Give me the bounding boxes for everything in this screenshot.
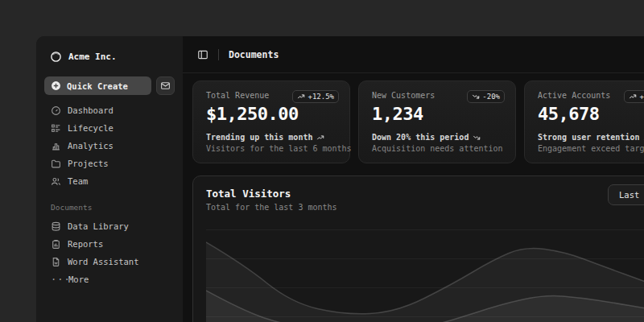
sidebar-item-word-assistant[interactable]: Word Assistant: [44, 253, 175, 270]
main-content: Total Revenue +12.5% $1,250.00 Trending …: [183, 73, 644, 322]
page-title: Documents: [229, 49, 279, 60]
quick-create-label: Quick Create: [67, 81, 128, 91]
sidebar-item-label: Dashboard: [68, 105, 114, 115]
sidebar-toggle-button[interactable]: [197, 49, 208, 60]
trending-up-icon: [297, 93, 305, 101]
sidebar-item-dashboard[interactable]: Dashboard: [44, 101, 175, 119]
sidebar-item-lifecycle[interactable]: Lifecycle: [44, 119, 175, 137]
sidebar-item-label: Word Assistant: [68, 257, 139, 266]
trend-badge: +12.5%: [292, 90, 339, 103]
users-icon: [51, 176, 61, 187]
chart-subtitle: Total for the last 3 months: [206, 203, 644, 212]
sidebar-item-label: Team: [68, 176, 88, 186]
chart-bar-icon: [51, 141, 61, 151]
sidebar-item-more[interactable]: ··· More: [44, 270, 175, 288]
sidebar-item-analytics[interactable]: Analytics: [44, 137, 175, 155]
sidebar-item-label: Projects: [68, 159, 109, 168]
main-header: Documents: [183, 36, 644, 73]
stat-card-value: $1,250.00: [206, 104, 336, 124]
sidebar-item-reports[interactable]: Reports: [44, 235, 175, 253]
sidebar-item-data-library[interactable]: Data Library: [44, 217, 175, 235]
sidebar-item-label: Reports: [68, 239, 103, 249]
file-word-icon: [51, 257, 61, 267]
trending-down-icon: [473, 134, 481, 142]
sidebar-item-label: More: [68, 275, 89, 284]
time-range-button[interactable]: Last: [608, 184, 644, 205]
trending-up-icon: [629, 93, 637, 101]
folder-icon: [51, 159, 61, 169]
brand-label: Acme Inc.: [68, 52, 117, 62]
inbox-button[interactable]: [156, 76, 175, 95]
circle-plus-icon: [51, 80, 61, 91]
stat-card-value: 45,678: [538, 104, 644, 124]
stat-card-active-accounts: Active Accounts +12.5% 45,678 Strong use…: [524, 80, 644, 163]
sidebar-item-label: Lifecycle: [68, 123, 114, 133]
mail-icon: [160, 80, 171, 91]
stat-card-value: 1,234: [372, 104, 502, 124]
stat-card-new-customers: New Customers -20% 1,234 Down 20% this p…: [358, 80, 516, 163]
brand-row[interactable]: Acme Inc.: [44, 46, 175, 67]
stat-cards-row: Total Revenue +12.5% $1,250.00 Trending …: [192, 80, 644, 163]
visitors-chart-svg: [206, 228, 644, 322]
header-divider: [218, 49, 219, 60]
visitors-chart-card: Total Visitors Total for the last 3 mont…: [192, 175, 644, 322]
quick-create-row: Quick Create: [44, 76, 175, 95]
sidebar-item-projects[interactable]: Projects: [44, 155, 175, 172]
dots-icon: ···: [51, 274, 62, 285]
list-details-icon: [51, 123, 61, 134]
sidebar-item-label: Analytics: [68, 141, 114, 151]
trend-badge: -20%: [467, 90, 505, 103]
sidebar-item-label: Data Library: [68, 221, 129, 231]
stat-card-total-revenue: Total Revenue +12.5% $1,250.00 Trending …: [192, 80, 350, 163]
trend-badge: +12.5%: [624, 90, 644, 103]
sidebar-item-team[interactable]: Team: [44, 172, 175, 190]
sidebar: Acme Inc. Quick Create: [36, 36, 183, 322]
report-icon: [51, 239, 61, 250]
database-icon: [51, 221, 61, 232]
stat-card-footer-desc: Visitors for the last 6 months: [206, 144, 336, 153]
logo-ring-icon: [50, 51, 62, 63]
main-area: Documents Total Revenue +12.5% $1,250.00: [183, 36, 644, 322]
chart-title: Total Visitors: [206, 188, 644, 200]
sidebar-section-documents: Documents: [51, 203, 168, 212]
stat-card-footer-title: Strong user retention: [538, 133, 639, 142]
dashboard-icon: [51, 105, 61, 116]
app-window: Acme Inc. Quick Create: [36, 36, 644, 322]
stat-card-footer-title: Down 20% this period: [372, 133, 469, 142]
stat-card-footer-title: Trending up this month: [206, 133, 312, 142]
stat-card-footer-desc: Engagement exceed targets: [538, 144, 644, 153]
trending-up-icon: [316, 134, 324, 142]
visitors-area-chart: [206, 228, 644, 322]
trending-down-icon: [472, 93, 480, 101]
stat-card-footer-desc: Acquisition needs attention: [372, 144, 502, 153]
quick-create-button[interactable]: Quick Create: [44, 76, 151, 95]
